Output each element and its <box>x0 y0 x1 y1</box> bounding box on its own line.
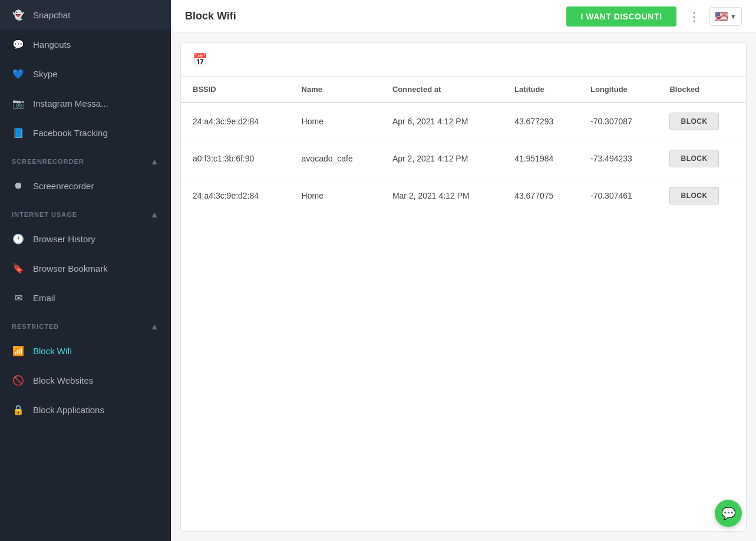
sidebar: 👻 Snapchat 💬 Hangouts 💙 Skype 📷 Instagra… <box>0 0 171 541</box>
sidebar-item-facebook[interactable]: 📘 Facebook Tracking <box>0 118 171 147</box>
table-cell: avocado_cafe <box>290 140 381 177</box>
sidebar-label-block-wifi: Block Wifi <box>33 346 72 356</box>
table-row: a0:f3:c1:3b:6f:90avocado_cafeApr 2, 2021… <box>181 140 746 177</box>
instagram-icon: 📷 <box>12 97 25 110</box>
sidebar-item-block-applications[interactable]: 🔒 Block Applications <box>0 395 171 424</box>
language-selector[interactable]: 🇺🇸 ▼ <box>709 7 742 26</box>
chevron-restricted-icon: ▲ <box>150 322 159 331</box>
table-cell: -70.307087 <box>579 103 658 140</box>
sidebar-label-screenrecorder: Screenrecorder <box>33 181 94 191</box>
sidebar-label-block-websites: Block Websites <box>33 375 93 385</box>
content-toolbar: 📅 <box>181 43 746 77</box>
sidebar-item-screenrecorder[interactable]: ⏺ Screenrecorder <box>0 171 171 200</box>
col-header-connected-at: Connected at <box>381 77 503 103</box>
block-wifi-icon: 📶 <box>12 344 25 357</box>
sidebar-label-facebook: Facebook Tracking <box>33 128 108 138</box>
browser-history-icon: 🕐 <box>12 232 25 245</box>
table-cell: Home <box>290 177 381 215</box>
calendar-icon[interactable]: 📅 <box>193 53 207 66</box>
more-options-icon[interactable]: ⋮ <box>686 7 702 26</box>
col-header-latitude: Latitude <box>503 77 579 103</box>
col-header-longitude: Longitude <box>579 77 658 103</box>
sidebar-item-block-websites[interactable]: 🚫 Block Websites <box>0 365 171 395</box>
chat-widget[interactable]: 💬 <box>715 500 742 527</box>
col-header-bssid: BSSID <box>181 77 290 103</box>
sidebar-label-hangouts: Hangouts <box>33 39 71 50</box>
block-button-2[interactable]: BLOCK <box>669 187 718 204</box>
table-cell: Mar 2, 2021 4:12 PM <box>381 177 503 215</box>
table-cell: 43.677075 <box>503 177 579 215</box>
sidebar-label-email: Email <box>33 293 55 303</box>
discount-button[interactable]: I WANT DISCOUNT! <box>566 6 676 27</box>
table-cell-block: BLOCK <box>658 177 746 215</box>
hangouts-icon: 💬 <box>12 38 25 51</box>
flag-icon: 🇺🇸 <box>715 10 728 23</box>
main-content: Block Wifi I WANT DISCOUNT! ⋮ 🇺🇸 ▼ 📅 BSS… <box>171 0 756 541</box>
sidebar-item-browser-history[interactable]: 🕐 Browser History <box>0 224 171 253</box>
sidebar-item-skype[interactable]: 💙 Skype <box>0 59 171 88</box>
sidebar-item-hangouts[interactable]: 💬 Hangouts <box>0 29 171 59</box>
table-cell: 24:a4:3c:9e:d2:84 <box>181 177 290 215</box>
table-cell-block: BLOCK <box>658 140 746 177</box>
table-row: 24:a4:3c:9e:d2:84HomeMar 2, 2021 4:12 PM… <box>181 177 746 215</box>
table-cell: 24:a4:3c:9e:d2:84 <box>181 103 290 140</box>
sidebar-item-browser-bookmark[interactable]: 🔖 Browser Bookmark <box>0 253 171 283</box>
wifi-table: BSSIDNameConnected atLatitudeLongitudeBl… <box>181 77 746 214</box>
section-screenrecorder: SCREENRECORDER ▲ <box>0 147 171 171</box>
block-applications-icon: 🔒 <box>12 403 25 416</box>
table-cell: -70.307461 <box>579 177 658 215</box>
sidebar-item-block-wifi[interactable]: 📶 Block Wifi <box>0 336 171 365</box>
topbar-actions: ⋮ 🇺🇸 ▼ <box>686 7 742 26</box>
table-cell: 41.951984 <box>503 140 579 177</box>
skype-icon: 💙 <box>12 67 25 80</box>
screenrecorder-icon: ⏺ <box>12 179 25 192</box>
page-title: Block Wifi <box>185 10 566 22</box>
sidebar-label-browser-history: Browser History <box>33 234 95 244</box>
block-button-0[interactable]: BLOCK <box>669 113 718 130</box>
chat-icon: 💬 <box>721 506 736 520</box>
col-header-blocked: Blocked <box>658 77 746 103</box>
table-cell: -73.494233 <box>579 140 658 177</box>
table-cell: 43.677293 <box>503 103 579 140</box>
facebook-icon: 📘 <box>12 126 25 139</box>
block-button-1[interactable]: BLOCK <box>669 150 718 167</box>
block-websites-icon: 🚫 <box>12 374 25 387</box>
browser-bookmark-icon: 🔖 <box>12 262 25 275</box>
sidebar-label-skype: Skype <box>33 69 58 79</box>
section-internet-usage: INTERNET USAGE ▲ <box>0 200 171 224</box>
section-restricted: RESTRICTED ▲ <box>0 312 171 336</box>
chevron-internet-icon: ▲ <box>150 210 159 219</box>
sidebar-item-email[interactable]: ✉ Email <box>0 283 171 312</box>
sidebar-label-browser-bookmark: Browser Bookmark <box>33 263 108 273</box>
col-header-name: Name <box>290 77 381 103</box>
table-row: 24:a4:3c:9e:d2:84HomeApr 6, 2021 4:12 PM… <box>181 103 746 140</box>
table-cell: Apr 2, 2021 4:12 PM <box>381 140 503 177</box>
table-cell-block: BLOCK <box>658 103 746 140</box>
sidebar-label-instagram: Instagram Messa... <box>33 98 108 108</box>
table-cell: a0:f3:c1:3b:6f:90 <box>181 140 290 177</box>
sidebar-item-snapchat[interactable]: 👻 Snapchat <box>0 0 171 29</box>
snapchat-icon: 👻 <box>12 8 25 21</box>
table-cell: Home <box>290 103 381 140</box>
sidebar-label-snapchat: Snapchat <box>33 10 70 20</box>
sidebar-item-instagram[interactable]: 📷 Instagram Messa... <box>0 88 171 118</box>
content-panel: 📅 BSSIDNameConnected atLatitudeLongitude… <box>180 42 747 532</box>
table-cell: Apr 6, 2021 4:12 PM <box>381 103 503 140</box>
topbar: Block Wifi I WANT DISCOUNT! ⋮ 🇺🇸 ▼ <box>171 0 756 33</box>
chevron-screenrecorder-icon: ▲ <box>150 157 159 166</box>
sidebar-label-block-applications: Block Applications <box>33 405 104 415</box>
chevron-down-icon: ▼ <box>730 13 737 20</box>
email-icon: ✉ <box>12 291 25 304</box>
